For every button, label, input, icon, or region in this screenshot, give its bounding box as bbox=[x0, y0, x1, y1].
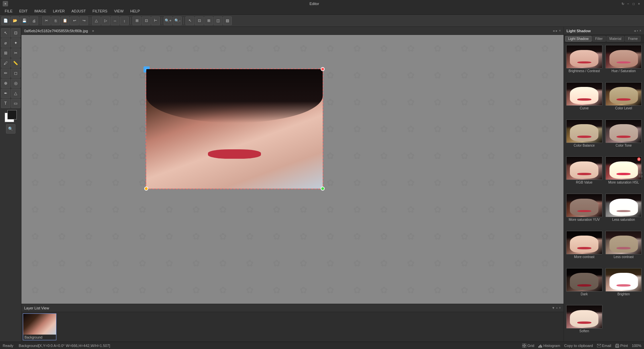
print-button-status[interactable]: Print bbox=[615, 344, 628, 348]
email-button[interactable]: Email bbox=[597, 344, 611, 348]
copy-clipboard-button[interactable]: Copy to clipboard bbox=[564, 344, 593, 348]
menu-edit[interactable]: EDIT bbox=[16, 8, 31, 14]
menu-file[interactable]: FILE bbox=[1, 8, 16, 14]
rotate-right-button[interactable]: ▷ bbox=[101, 16, 110, 25]
tool-crop[interactable]: ⊞ bbox=[1, 48, 10, 58]
effect-curve[interactable]: Curve bbox=[565, 82, 603, 117]
transform-button[interactable]: ⊡ bbox=[195, 16, 204, 25]
handle-bottom-left[interactable] bbox=[144, 187, 148, 191]
histogram-button-status[interactable]: Histogram bbox=[538, 344, 560, 348]
tool-heal[interactable]: ◎ bbox=[11, 79, 20, 88]
tool-clone[interactable]: ⊕ bbox=[1, 79, 10, 88]
tool-text[interactable]: T bbox=[1, 99, 10, 108]
menu-adjust[interactable]: ADJUST bbox=[68, 8, 89, 14]
grid-button[interactable]: ⊞ bbox=[132, 16, 141, 25]
panel-close[interactable]: × bbox=[639, 29, 641, 33]
tool-magic-wand[interactable]: ✦ bbox=[11, 38, 20, 48]
measure-button[interactable]: ◫ bbox=[214, 16, 222, 25]
tab-light-shadow[interactable]: Light Shadow bbox=[565, 36, 592, 42]
effect-brightness-contrast[interactable]: Brightness / Contrast bbox=[565, 44, 603, 80]
rotate-left-button[interactable]: △ bbox=[92, 16, 101, 25]
menu-filters[interactable]: FILTERS bbox=[89, 8, 111, 14]
layer-item-background[interactable]: Background bbox=[23, 313, 56, 340]
toolbar-sep-5 bbox=[183, 17, 184, 24]
tool-measure[interactable]: 📏 bbox=[11, 58, 20, 68]
menu-layer[interactable]: LAYER bbox=[50, 8, 68, 14]
foreground-color[interactable] bbox=[7, 110, 17, 119]
menu-image[interactable]: IMAGE bbox=[31, 8, 49, 14]
print-button[interactable]: 🖨 bbox=[30, 16, 38, 25]
maximize-button[interactable]: □ bbox=[631, 1, 636, 6]
panel-expand[interactable]: ▪ bbox=[637, 29, 638, 33]
effect-more-contrast[interactable]: More contrast bbox=[565, 230, 603, 266]
layer-panel-close[interactable]: × bbox=[559, 306, 561, 310]
flip-h-button[interactable]: ↔ bbox=[111, 16, 119, 25]
effect-color-tone[interactable]: Color Tone bbox=[605, 119, 643, 155]
effect-dark[interactable]: Dark bbox=[565, 267, 603, 303]
zoom-out-button[interactable]: 🔍- bbox=[173, 16, 182, 25]
effect-less-saturation[interactable]: Less saturation bbox=[605, 193, 643, 229]
canvas-nav-next[interactable]: ▸ bbox=[556, 29, 557, 33]
close-button[interactable]: × bbox=[637, 1, 641, 6]
effect-brighten[interactable]: Brighten bbox=[605, 267, 643, 303]
save-button[interactable]: 💾 bbox=[20, 16, 29, 25]
effect-thumb-less-contrast bbox=[605, 231, 642, 254]
image-frame[interactable]: ≡ bbox=[146, 68, 323, 189]
layer-panel-expand[interactable]: ▪ bbox=[556, 306, 558, 310]
canvas-tab-name: 0af6eb24c5182e7f405855fc5fcf80b.jpg bbox=[24, 29, 88, 33]
effect-soften[interactable]: Soften bbox=[565, 304, 603, 340]
canvas-viewport[interactable]: ✿ ≡ bbox=[21, 35, 564, 342]
refresh-button[interactable]: ↻ bbox=[621, 1, 625, 6]
menu-help[interactable]: HELP bbox=[127, 8, 143, 14]
zoom-in-button[interactable]: 🔍+ bbox=[164, 16, 172, 25]
canvas-tab-close[interactable]: × bbox=[92, 29, 94, 33]
copy-button[interactable]: ⎘ bbox=[51, 16, 60, 25]
effect-color-level[interactable]: Color Level bbox=[605, 82, 643, 117]
tool-zoom[interactable]: 🔍 bbox=[6, 124, 15, 134]
canvas-nav-prev[interactable]: ◂ bbox=[553, 29, 554, 33]
handle-top-right[interactable] bbox=[321, 67, 325, 71]
new-button[interactable]: 📄 bbox=[1, 16, 10, 25]
effect-color-balance[interactable]: Color Balance bbox=[565, 119, 603, 155]
redo-button[interactable]: ↪ bbox=[79, 16, 88, 25]
layer-panel-pin[interactable]: ▼ bbox=[552, 306, 555, 310]
svg-rect-4 bbox=[522, 346, 524, 348]
color-preview[interactable] bbox=[5, 110, 17, 122]
tool-select[interactable]: ↖ bbox=[1, 28, 10, 38]
menu-view[interactable]: VIEW bbox=[111, 8, 127, 14]
snap-button[interactable]: ⊡ bbox=[142, 16, 151, 25]
tool-marquee[interactable]: ⊡ bbox=[11, 28, 20, 38]
grid-button-status[interactable]: Grid bbox=[522, 344, 534, 348]
effect-hue-saturation[interactable]: Hue / Saturation bbox=[605, 44, 643, 80]
effect-less-contrast[interactable]: Less contrast bbox=[605, 230, 643, 266]
open-button[interactable]: 📂 bbox=[11, 16, 19, 25]
paste-button[interactable]: 📋 bbox=[61, 16, 69, 25]
zoom-level[interactable]: 100% bbox=[632, 344, 641, 348]
tool-rect[interactable]: ▭ bbox=[11, 99, 20, 108]
tool-lasso[interactable]: ⌀ bbox=[1, 38, 10, 48]
tab-material[interactable]: Material bbox=[606, 36, 625, 42]
flip-v-button[interactable]: ↕ bbox=[120, 16, 129, 25]
cut-button[interactable]: ✂ bbox=[42, 16, 51, 25]
panel-pin[interactable]: ◂ bbox=[634, 29, 636, 33]
tool-brush[interactable]: ✏ bbox=[1, 68, 10, 78]
tool-eraser[interactable]: ◻ bbox=[11, 68, 20, 78]
tool-shape[interactable]: △ bbox=[11, 89, 20, 98]
tool-eyedropper[interactable]: 🖊 bbox=[1, 58, 10, 68]
effect-more-saturation-yuv[interactable]: More saturation YUV bbox=[565, 193, 603, 229]
crop-button[interactable]: ⊞ bbox=[204, 16, 213, 25]
histogram-btn[interactable]: ▨ bbox=[223, 16, 232, 25]
tool-pen[interactable]: ✒ bbox=[1, 89, 10, 98]
handle-bottom-right[interactable] bbox=[321, 187, 325, 191]
minimize-button[interactable]: − bbox=[626, 1, 631, 6]
tab-filter[interactable]: Filter bbox=[592, 36, 606, 42]
tab-frame[interactable]: Frame bbox=[625, 36, 641, 42]
canvas-tab-menu[interactable]: × bbox=[559, 29, 561, 33]
undo-button[interactable]: ↩ bbox=[70, 16, 79, 25]
select-button[interactable]: ↖ bbox=[185, 16, 194, 25]
effect-more-saturation-hsl[interactable]: 2 More saturation HSL bbox=[605, 156, 643, 192]
grid-icon bbox=[522, 344, 526, 348]
effect-rgb-value[interactable]: RGB Value bbox=[565, 156, 603, 192]
tool-slice[interactable]: ✂ bbox=[11, 48, 20, 58]
guide-button[interactable]: ⊢ bbox=[151, 16, 160, 25]
